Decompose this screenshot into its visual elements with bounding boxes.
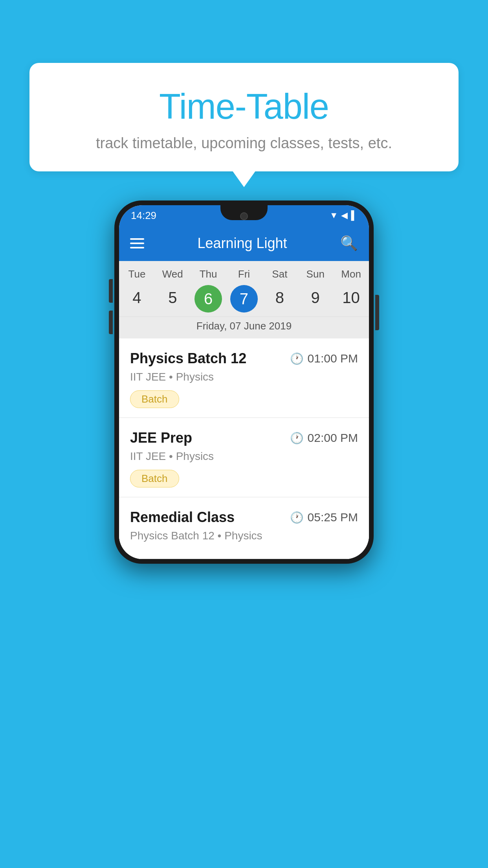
hamburger-line xyxy=(130,243,144,244)
day-header-wed: Wed xyxy=(155,268,191,280)
clock-icon-1: 🕐 xyxy=(290,352,304,365)
wifi-icon: ▼ xyxy=(330,210,338,221)
class-3-time: 🕐 05:25 PM xyxy=(290,511,358,524)
search-icon[interactable]: 🔍 xyxy=(340,235,358,252)
hamburger-line xyxy=(130,238,144,240)
day-5[interactable]: 5 xyxy=(155,285,191,313)
battery-icon: ▌ xyxy=(351,210,357,221)
calendar-section: Tue Wed Thu Fri Sat Sun Mon 4 5 6 7 8 9 … xyxy=(119,261,369,338)
class-item-3[interactable]: Remedial Class 🕐 05:25 PM Physics Batch … xyxy=(119,497,369,559)
hamburger-line xyxy=(130,247,144,248)
class-2-meta: IIT JEE • Physics xyxy=(130,450,358,463)
day-9[interactable]: 9 xyxy=(297,285,333,313)
phone-notch xyxy=(220,205,268,220)
power-button[interactable] xyxy=(375,295,379,330)
class-item-1-header: Physics Batch 12 🕐 01:00 PM xyxy=(130,350,358,367)
day-numbers: 4 5 6 7 8 9 10 xyxy=(119,283,369,316)
day-headers: Tue Wed Thu Fri Sat Sun Mon xyxy=(119,261,369,283)
class-item-2[interactable]: JEE Prep 🕐 02:00 PM IIT JEE • Physics Ba… xyxy=(119,418,369,497)
day-header-tue: Tue xyxy=(119,268,155,280)
tooltip-title: Time-Table xyxy=(49,86,439,127)
hamburger-menu-button[interactable] xyxy=(130,238,144,248)
class-2-time-label: 02:00 PM xyxy=(308,431,358,445)
day-6-today[interactable]: 6 xyxy=(194,285,222,313)
class-3-meta: Physics Batch 12 • Physics xyxy=(130,530,358,542)
selected-date-label: Friday, 07 June 2019 xyxy=(119,316,369,338)
class-item-1[interactable]: Physics Batch 12 🕐 01:00 PM IIT JEE • Ph… xyxy=(119,338,369,418)
status-icons: ▼ ◀ ▌ xyxy=(330,210,357,221)
volume-down-button[interactable] xyxy=(109,311,113,334)
clock-icon-3: 🕐 xyxy=(290,511,304,524)
app-bar-title: Learning Light xyxy=(197,235,287,252)
class-1-name: Physics Batch 12 xyxy=(130,350,246,367)
day-header-thu: Thu xyxy=(191,268,226,280)
volume-up-button[interactable] xyxy=(109,279,113,303)
day-header-sun: Sun xyxy=(297,268,333,280)
class-list: Physics Batch 12 🕐 01:00 PM IIT JEE • Ph… xyxy=(119,338,369,559)
tooltip-card: Time-Table track timetable, upcoming cla… xyxy=(29,63,459,171)
phone-mockup: 14:29 ▼ ◀ ▌ Learning Light 🔍 xyxy=(114,200,374,564)
day-header-mon: Mon xyxy=(333,268,369,280)
app-bar: Learning Light 🔍 xyxy=(119,226,369,261)
class-3-name: Remedial Class xyxy=(130,509,235,526)
class-1-time-label: 01:00 PM xyxy=(308,352,358,365)
day-7-selected[interactable]: 7 xyxy=(230,285,258,313)
class-3-time-label: 05:25 PM xyxy=(308,511,358,524)
day-header-sat: Sat xyxy=(262,268,297,280)
class-2-batch-tag: Batch xyxy=(130,470,179,487)
clock-icon-2: 🕐 xyxy=(290,432,304,445)
status-time: 14:29 xyxy=(131,210,156,222)
day-4[interactable]: 4 xyxy=(119,285,155,313)
class-item-2-header: JEE Prep 🕐 02:00 PM xyxy=(130,430,358,446)
day-10[interactable]: 10 xyxy=(333,285,369,313)
phone-screen: 14:29 ▼ ◀ ▌ Learning Light 🔍 xyxy=(119,205,369,559)
tooltip-subtitle: track timetable, upcoming classes, tests… xyxy=(49,135,439,152)
class-1-batch-tag: Batch xyxy=(130,390,179,408)
class-2-time: 🕐 02:00 PM xyxy=(290,431,358,445)
class-item-3-header: Remedial Class 🕐 05:25 PM xyxy=(130,509,358,526)
day-header-fri: Fri xyxy=(226,268,262,280)
class-1-meta: IIT JEE • Physics xyxy=(130,371,358,383)
day-8[interactable]: 8 xyxy=(262,285,297,313)
phone-camera xyxy=(240,212,248,220)
class-2-name: JEE Prep xyxy=(130,430,192,446)
signal-icon: ◀ xyxy=(341,210,348,221)
class-1-time: 🕐 01:00 PM xyxy=(290,352,358,365)
